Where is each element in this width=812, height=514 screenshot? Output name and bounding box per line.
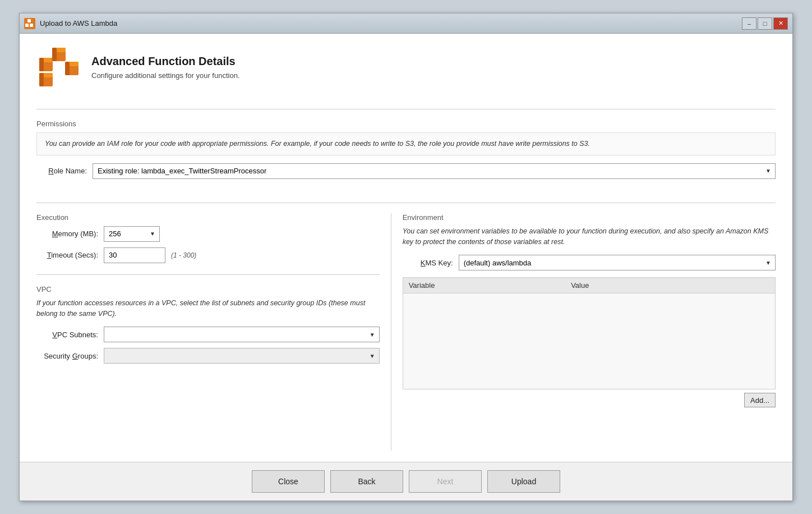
kms-label-text: KMS Key: xyxy=(421,259,453,267)
role-name-row: Role Name: Existing role: lambda_exec_Tw… xyxy=(36,163,776,179)
env-table-header: Variable Value xyxy=(403,278,775,293)
title-bar: Upload to AWS Lambda – □ ✕ xyxy=(20,13,792,34)
timeout-row: Timeout (Secs): (1 - 300) xyxy=(36,247,380,263)
title-bar-buttons: – □ ✕ xyxy=(742,17,788,30)
svg-rect-14 xyxy=(65,62,70,75)
security-groups-dropdown-wrapper xyxy=(104,348,380,364)
memory-dropdown-wrapper: 128 256 512 1024 xyxy=(104,226,160,242)
kms-key-dropdown-wrapper: (default) aws/lambda xyxy=(459,255,776,270)
maximize-button[interactable]: □ xyxy=(758,17,772,30)
timeout-label-text: Timeout (Secs): xyxy=(47,251,98,259)
security-groups-label: Security Groups: xyxy=(36,352,98,360)
svg-rect-1 xyxy=(30,24,33,27)
env-table-body xyxy=(403,293,775,300)
main-window: Upload to AWS Lambda – □ ✕ xyxy=(19,13,793,501)
vpc-subnets-dropdown-wrapper xyxy=(104,327,380,342)
role-name-label: Role Name: xyxy=(36,167,87,175)
title-bar-left: Upload to AWS Lambda xyxy=(24,18,117,29)
back-button[interactable]: Back xyxy=(330,470,403,493)
vpc-subnets-row: VPC Subnets: xyxy=(36,327,380,342)
timeout-input[interactable] xyxy=(104,247,165,263)
memory-label-text: Memory (MB): xyxy=(52,230,98,238)
vpc-subnets-label-text: VPC Subnets: xyxy=(52,331,98,339)
vpc-subnets-dropdown[interactable] xyxy=(104,327,380,342)
upload-button[interactable]: Upload xyxy=(487,470,560,493)
footer: Close Back Next Upload xyxy=(20,462,792,501)
add-button-row: Add... xyxy=(403,393,776,407)
left-column: Execution Memory (MB): 128 256 512 1024 xyxy=(36,213,391,451)
env-variables-table: Variable Value xyxy=(403,277,776,389)
kms-key-dropdown[interactable]: (default) aws/lambda xyxy=(459,255,776,270)
header-section: Advanced Function Details Configure addi… xyxy=(36,45,776,90)
page-title: Advanced Function Details xyxy=(91,55,240,68)
two-column-layout: Execution Memory (MB): 128 256 512 1024 xyxy=(36,213,776,451)
vpc-subnets-label: VPC Subnets: xyxy=(36,331,98,339)
timeout-label: Timeout (Secs): xyxy=(36,251,98,259)
environment-note: You can set environment variables to be … xyxy=(403,226,776,247)
svg-rect-0 xyxy=(25,24,29,27)
page-subtitle: Configure additional settings for your f… xyxy=(91,71,240,80)
permissions-note: You can provide an IAM role for your cod… xyxy=(36,132,776,155)
environment-section: Environment You can set environment vari… xyxy=(403,213,776,408)
memory-dropdown[interactable]: 128 256 512 1024 xyxy=(104,226,160,242)
minimize-button[interactable]: – xyxy=(742,17,756,30)
timeout-hint: (1 - 300) xyxy=(171,251,196,259)
svg-rect-8 xyxy=(39,58,44,71)
lambda-logo xyxy=(36,45,81,90)
main-content: Advanced Function Details Configure addi… xyxy=(20,34,792,462)
header-divider xyxy=(36,109,776,109)
execution-section-title: Execution xyxy=(36,213,380,222)
right-column: Environment You can set environment vari… xyxy=(391,213,776,451)
kms-key-row: KMS Key: (default) aws/lambda xyxy=(403,255,776,270)
env-table-value-header: Value xyxy=(571,281,769,290)
role-name-dropdown-wrapper: Existing role: lambda_exec_TwitterStream… xyxy=(93,163,776,179)
svg-rect-5 xyxy=(39,73,44,86)
header-text: Advanced Function Details Configure addi… xyxy=(91,55,240,80)
close-button[interactable]: ✕ xyxy=(773,17,788,30)
permissions-section: Permissions You can provide an IAM role … xyxy=(36,120,776,186)
add-environment-variable-button[interactable]: Add... xyxy=(744,393,776,407)
exec-vpc-divider xyxy=(36,274,380,275)
svg-rect-2 xyxy=(27,19,31,22)
vpc-section-title: VPC xyxy=(36,285,380,293)
section-divider xyxy=(36,203,776,203)
window-title: Upload to AWS Lambda xyxy=(40,19,117,27)
env-table-variable-header: Variable xyxy=(409,281,571,290)
security-groups-row: Security Groups: xyxy=(36,348,380,364)
security-groups-dropdown[interactable] xyxy=(104,348,380,364)
role-label-text: Role Name: xyxy=(48,167,87,175)
app-icon xyxy=(24,18,35,29)
next-button[interactable]: Next xyxy=(409,470,482,493)
memory-row: Memory (MB): 128 256 512 1024 xyxy=(36,226,380,242)
vpc-section: VPC If your function accesses resources … xyxy=(36,285,380,364)
memory-label: Memory (MB): xyxy=(36,230,98,238)
permissions-section-title: Permissions xyxy=(36,120,776,128)
kms-key-label: KMS Key: xyxy=(403,259,453,267)
role-name-dropdown[interactable]: Existing role: lambda_exec_TwitterStream… xyxy=(93,163,776,179)
security-groups-label-text: Security Groups: xyxy=(44,352,98,360)
execution-section: Execution Memory (MB): 128 256 512 1024 xyxy=(36,213,380,263)
vpc-note: If your function accesses resources in a… xyxy=(36,298,380,319)
environment-section-title: Environment xyxy=(403,213,776,222)
close-button-footer[interactable]: Close xyxy=(252,470,325,493)
svg-rect-11 xyxy=(52,48,57,61)
